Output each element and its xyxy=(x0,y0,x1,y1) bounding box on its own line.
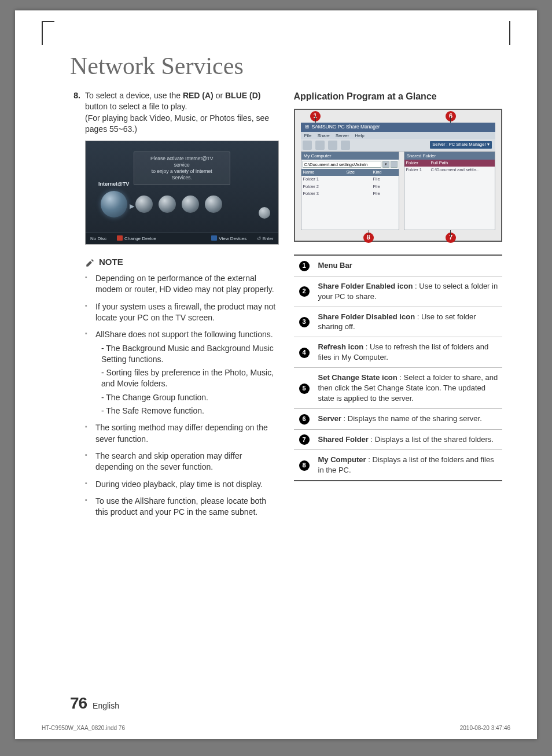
share-disabled-icon xyxy=(315,141,325,150)
gear-icon xyxy=(259,207,270,219)
table-row: 2Share Folder Enabled icon : Use to sele… xyxy=(294,276,503,307)
dropdown-icon: ▾ xyxy=(382,161,389,168)
note-item: The search and skip operation may differ… xyxy=(85,451,279,473)
table-row: 5Set Change State icon : Select a folder… xyxy=(294,368,503,409)
meta-date: 2010-08-20 3:47:46 xyxy=(460,725,510,731)
crop-mark xyxy=(42,21,54,45)
page-footer: 76 English xyxy=(70,694,119,713)
tv-screenshot: Please activate Internet@TV service to e… xyxy=(85,141,279,245)
crop-mark xyxy=(509,21,510,45)
view-devices-hint: View Devices xyxy=(211,235,246,242)
step-8: 8. To select a device, use the RED (A) o… xyxy=(70,90,279,135)
arrow-icon: ▶ xyxy=(130,202,134,211)
callout-6: 6 xyxy=(446,111,456,121)
content-area: Network Services 8. To select a device, … xyxy=(70,52,502,524)
table-row: 8My Computer : Displays a list of the fo… xyxy=(294,450,503,481)
table-row: 3Share Folder Disabled icon : Use to set… xyxy=(294,307,503,337)
media-icon xyxy=(159,196,176,213)
page-number: 76 xyxy=(70,694,87,712)
step-text: To select a device, use the RED (A) or B… xyxy=(85,90,279,135)
media-icon xyxy=(205,196,222,213)
activate-banner: Please activate Internet@TV service to e… xyxy=(134,152,230,185)
note-icon xyxy=(85,257,95,268)
shared-table: FolderFull Path Folder 1C:\Document and … xyxy=(404,160,495,174)
note-heading: NOTE xyxy=(85,256,279,268)
note-item: To use the AllShare function, please loc… xyxy=(85,496,279,518)
app-menubar: File Share Server Help xyxy=(301,132,496,139)
path-input xyxy=(303,161,381,168)
no-disc-label: No Disc xyxy=(90,235,106,242)
table-row: 4Refresh icon : Use to refresh the list … xyxy=(294,337,503,368)
right-column: Application Program at a Glance 1 6 2 3 … xyxy=(294,90,503,524)
table-row: 6Server : Displays the name of the shari… xyxy=(294,409,503,430)
print-meta: HT-C9950W_XAA_0820.indd 76 2010-08-20 3:… xyxy=(42,725,510,731)
media-icons xyxy=(135,196,222,213)
notes-list: Depending on te performance of the exter… xyxy=(85,273,279,518)
table-row: 7Shared Folder : Displays a list of the … xyxy=(294,429,503,450)
go-icon xyxy=(391,161,398,168)
note-item: If your system uses a firewall, the prod… xyxy=(85,301,279,324)
globe-icon xyxy=(101,191,127,217)
set-state-icon xyxy=(341,141,350,150)
internet-tv-label: Internet@TV xyxy=(98,180,129,187)
note-item: Depending on te performance of the exter… xyxy=(85,273,279,296)
step-number: 8. xyxy=(70,90,80,135)
app-titlebar: 🖥 SAMSUNG PC Share Manager xyxy=(301,123,496,132)
refresh-icon xyxy=(328,141,337,150)
meta-file: HT-C9950W_XAA_0820.indd 76 xyxy=(42,725,125,731)
app-toolbar: Server : PC Share Manager ▾ xyxy=(301,139,496,152)
left-column: 8. To select a device, use the RED (A) o… xyxy=(70,90,279,524)
my-computer-panel: My Computer ▾ NameSizeKind Folder 1File … xyxy=(301,152,399,230)
note-item: The sorting method may differ depending … xyxy=(85,422,279,445)
page-title: Network Services xyxy=(70,52,502,80)
page: Network Services 8. To select a device, … xyxy=(15,10,537,739)
file-table: NameSizeKind Folder 1File Folder 2File F… xyxy=(301,169,399,197)
change-device-hint: Change Device xyxy=(117,235,156,242)
page-language: English xyxy=(93,701,119,710)
callout-7: 7 xyxy=(446,233,456,243)
media-icon xyxy=(135,196,153,213)
share-enabled-icon xyxy=(303,141,312,150)
glance-table: 1Menu Bar 2Share Folder Enabled icon : U… xyxy=(294,255,503,481)
note-label: NOTE xyxy=(99,256,123,268)
bottom-bar: No Disc Change Device View Devices ⏎ Ent… xyxy=(86,233,278,244)
media-icon xyxy=(182,196,199,213)
section-heading: Application Program at a Glance xyxy=(294,90,503,103)
shared-folder-panel: Shared Folder FolderFull Path Folder 1C:… xyxy=(404,152,496,230)
enter-hint: ⏎ Enter xyxy=(257,235,273,242)
note-item: AllShare does not support the following … xyxy=(85,329,279,416)
note-sublist: - The Background Music and Background Mu… xyxy=(95,343,279,417)
table-row: 1Menu Bar xyxy=(294,255,503,276)
server-selector: Server : PC Share Manager ▾ xyxy=(430,141,492,148)
app-screenshot: 1 6 2 3 4 5 8 7 🖥 SAMSUNG PC Share Manag… xyxy=(294,109,503,242)
note-item: During video playback, play time is not … xyxy=(85,479,279,490)
